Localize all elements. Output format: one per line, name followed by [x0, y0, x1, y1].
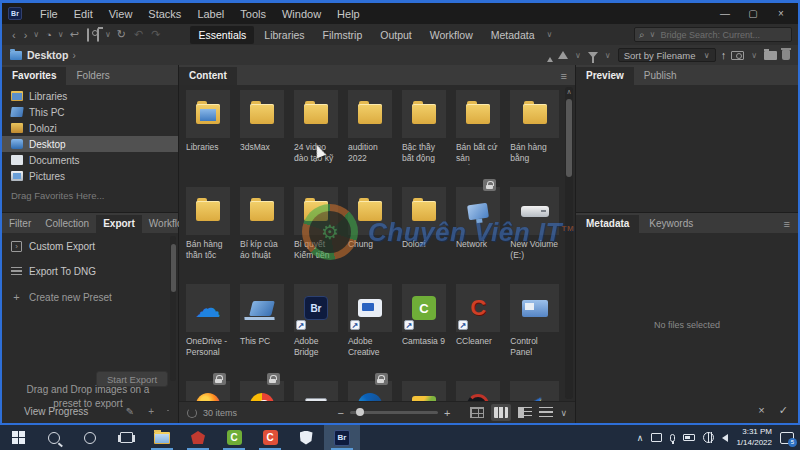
recent-files-icon[interactable]: ◔ — [41, 29, 56, 41]
tab-content[interactable]: Content — [179, 67, 237, 85]
rating-filter-icon[interactable] — [558, 51, 568, 59]
sort-ascending-icon[interactable]: ↑ — [721, 49, 727, 61]
camera-import-icon[interactable] — [83, 29, 93, 41]
workspace-tab-workflow[interactable]: Workflow — [422, 26, 481, 44]
boomerang-icon[interactable]: ↩ — [66, 28, 83, 41]
workspace-tab-essentials[interactable]: Essentials — [190, 26, 254, 44]
rating-chevron-icon[interactable]: ∨ — [573, 51, 583, 60]
undo-icon[interactable]: ↶ — [130, 28, 147, 41]
content-item[interactable]: Dolozi — [400, 184, 448, 281]
task-view-button[interactable] — [108, 425, 144, 450]
filter-funnel-icon[interactable] — [588, 52, 598, 58]
taskbar-camtasia[interactable]: C — [216, 425, 252, 450]
back-icon[interactable]: ‹ — [8, 29, 20, 41]
content-item[interactable]: C↗CCleaner — [454, 281, 502, 378]
content-item[interactable]: Bí kíp của áo thuật p... cách — [238, 184, 286, 281]
add-preset-icon[interactable]: + — [148, 406, 154, 417]
view-options-chevron-icon[interactable]: ∨ — [560, 408, 567, 418]
redo-icon[interactable]: ↷ — [147, 28, 164, 41]
tab-metadata[interactable]: Metadata — [576, 215, 639, 233]
workspace-chevron-icon[interactable]: ∨ — [545, 30, 555, 39]
content-item[interactable]: Bậc thầy bất động sả... thuê — [400, 87, 448, 184]
content-item[interactable]: Network — [454, 184, 502, 281]
content-item[interactable]: ↗ — [346, 378, 394, 401]
content-item[interactable]: ↗ — [454, 378, 502, 401]
hidden-icons-chevron-icon[interactable]: ∧ — [637, 433, 644, 443]
tab-folders[interactable]: Folders — [66, 67, 119, 85]
taskbar-search-button[interactable] — [36, 425, 72, 450]
start-export-button[interactable]: Start Export — [96, 371, 168, 387]
minimize-button[interactable]: — — [718, 8, 732, 19]
stack-chevron-icon[interactable]: ∨ — [103, 30, 113, 39]
forward-icon[interactable]: › — [20, 29, 32, 41]
content-item[interactable]: 24 video đào tạo kỹ ... mạng — [292, 87, 340, 184]
content-item[interactable]: C↗Camtasia 9 — [400, 281, 448, 378]
taskbar-remote-app[interactable] — [180, 425, 216, 450]
rating-slope-icon[interactable] — [547, 57, 553, 62]
taskbar-file-explorer[interactable] — [144, 425, 180, 450]
tab-export[interactable]: Export — [96, 215, 142, 233]
taskbar-defender[interactable] — [288, 425, 324, 450]
close-button[interactable]: × — [774, 8, 788, 19]
tab-publish[interactable]: Publish — [634, 67, 687, 85]
content-item[interactable]: Bán hàng bằng vide...stream — [508, 87, 561, 184]
menu-file[interactable]: File — [32, 6, 66, 22]
get-photos-chevron-icon[interactable]: ∨ — [749, 51, 759, 60]
create-preset-item[interactable]: + Create new Preset — [2, 277, 178, 303]
content-item[interactable]: Bán bất cứ sản phẩ...ebook — [454, 87, 502, 184]
content-item[interactable]: ↗ — [184, 378, 232, 401]
action-center-icon[interactable]: 5 — [780, 432, 794, 444]
nav-chevron-icon[interactable]: ∨ — [31, 30, 41, 39]
sidebar-item-dolozi[interactable]: Dolozi — [2, 120, 178, 136]
export-to-dng-item[interactable]: Export To DNG — [2, 252, 178, 277]
metadata-apply-icon[interactable]: ✓ — [779, 404, 788, 417]
content-item[interactable]: Chung — [346, 184, 394, 281]
tab-favorites[interactable]: Favorites — [2, 67, 66, 85]
sidebar-item-this-pc[interactable]: This PC — [2, 104, 178, 120]
content-scrollbar[interactable]: ∧ — [565, 87, 573, 399]
content-item[interactable]: Bán hàng thần tốc v...gpage — [184, 184, 232, 281]
network-tray-icon[interactable] — [703, 432, 714, 443]
new-folder-icon[interactable] — [764, 51, 777, 60]
workspace-tab-libraries[interactable]: Libraries — [256, 26, 312, 44]
get-photos-icon[interactable] — [731, 51, 744, 60]
recent-chevron-icon[interactable]: ∨ — [56, 30, 66, 39]
content-item[interactable]: ↗Adobe Creative Cloud — [346, 281, 394, 378]
breadcrumb[interactable]: Desktop — [27, 49, 68, 61]
edit-pencil-icon[interactable]: ✎ — [126, 406, 134, 417]
search-input[interactable] — [660, 30, 787, 40]
search-box[interactable]: ⌕ ∨ — [634, 27, 792, 42]
content-item[interactable]: ↗ — [508, 378, 561, 401]
workspace-tab-metadata[interactable]: Metadata — [483, 26, 543, 44]
volume-tray-icon[interactable] — [722, 434, 728, 442]
menu-edit[interactable]: Edit — [66, 6, 101, 22]
tab-filter[interactable]: Filter — [2, 215, 38, 233]
content-item[interactable]: ↗ — [292, 378, 340, 401]
sort-dropdown[interactable]: Sort by Filename ∨ — [618, 48, 716, 62]
refresh-icon[interactable]: ↻ — [113, 28, 130, 41]
display-tray-icon[interactable] — [651, 433, 662, 442]
custom-export-item[interactable]: › Custom Export — [2, 233, 178, 252]
scroll-up-icon[interactable]: ∧ — [565, 88, 573, 96]
content-item[interactable]: ☁OneDrive - Personal — [184, 281, 232, 378]
taskbar-adobe-bridge[interactable]: Br — [324, 425, 360, 450]
export-scrollbar[interactable] — [170, 236, 176, 381]
zoom-out-icon[interactable]: − — [338, 407, 344, 419]
cortana-button[interactable] — [72, 425, 108, 450]
content-menu-icon[interactable]: ≡ — [553, 70, 575, 85]
detail-view-icon[interactable] — [518, 407, 532, 418]
metadata-menu-icon[interactable]: ≡ — [776, 218, 798, 233]
maximize-button[interactable]: ▢ — [746, 8, 760, 19]
taskbar-clock[interactable]: 3:31 PM 1/14/2022 — [736, 427, 772, 448]
microphone-tray-icon[interactable] — [670, 434, 675, 442]
content-item[interactable]: 3dsMax — [238, 87, 286, 184]
sidebar-item-libraries[interactable]: Libraries — [2, 88, 178, 104]
thumbnail-view-button[interactable] — [491, 404, 511, 421]
menu-view[interactable]: View — [101, 6, 141, 22]
grid-lock-view-icon[interactable] — [470, 407, 484, 418]
content-item[interactable]: ↗ — [400, 378, 448, 401]
content-item[interactable]: Br↗Adobe Bridge 2022 — [292, 281, 340, 378]
sidebar-item-pictures[interactable]: Pictures — [2, 168, 178, 184]
content-item[interactable]: audition 2022 — [346, 87, 394, 184]
sidebar-item-documents[interactable]: Documents — [2, 152, 178, 168]
